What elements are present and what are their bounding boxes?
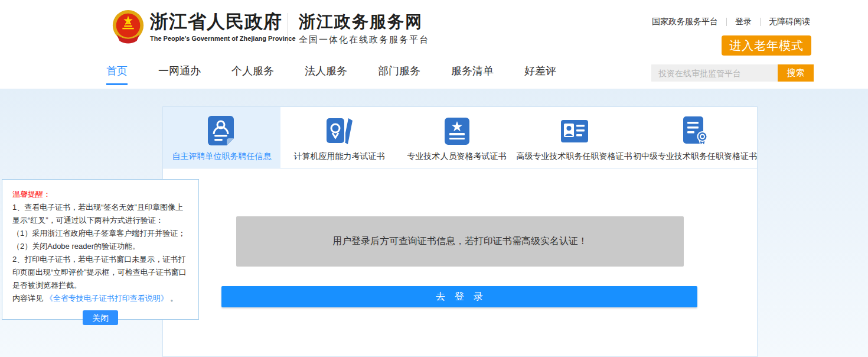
gov-subtitle: The People's Government of Zhejiang Prov… — [150, 35, 296, 42]
nav-item-one-stop[interactable]: 一网通办 — [158, 64, 201, 78]
page: 浙江省人民政府 The People's Government of Zheji… — [0, 0, 868, 357]
popup-detail-suffix: 。 — [168, 294, 178, 303]
popup-detail-link[interactable]: 《全省专技电子证书打印查看说明》 — [45, 294, 168, 303]
service-subtitle: 全国一体化在线政务服务平台 — [299, 34, 429, 46]
top-links: 国家政务服务平台 登录 无障碍阅读 — [652, 17, 810, 27]
nav-item-legal-person[interactable]: 法人服务 — [305, 64, 347, 78]
tab-self-appointment-info[interactable]: 自主评聘单位职务聘任信息 — [163, 107, 280, 168]
popup-item1: 1、查看电子证书，若出现“签名无效”且印章图像上显示“红叉”，可通过以下两种方式… — [12, 201, 188, 227]
header: 浙江省人民政府 The People's Government of Zheji… — [0, 0, 868, 89]
reminder-popup: 温馨提醒： 1、查看电子证书，若出现“签名无效”且印章图像上显示“红叉”，可通过… — [2, 179, 199, 320]
tab-label: 专业技术人员资格考试证书 — [407, 151, 507, 162]
person-document-icon — [207, 115, 237, 148]
link-login[interactable]: 登录 — [735, 17, 752, 27]
gov-title: 浙江省人民政府 — [150, 11, 296, 33]
popup-detail-line: 内容详见 《全省专技电子证书打印查看说明》 。 — [12, 292, 188, 305]
tab-label: 高级专业技术职务任职资格证书 — [517, 151, 632, 162]
link-accessibility[interactable]: 无障碍阅读 — [769, 17, 810, 27]
search-bar: 搜索 — [651, 64, 814, 82]
link-national-platform[interactable]: 国家政务服务平台 — [652, 17, 718, 27]
nav-item-home[interactable]: 首页 — [106, 64, 128, 78]
tab-label: 计算机应用能力考试证书 — [294, 151, 385, 162]
link-separator — [726, 18, 727, 26]
search-input[interactable] — [651, 64, 778, 82]
popup-item1-sub1: （1）采用浙江省政府电子签章客户端打开并验证； — [12, 227, 188, 240]
site-title-government: 浙江省人民政府 The People's Government of Zheji… — [150, 11, 296, 42]
link-separator — [760, 18, 761, 26]
popup-detail-prefix: 内容详见 — [12, 294, 45, 303]
nav-item-department[interactable]: 部门服务 — [378, 64, 420, 78]
search-button[interactable]: 搜索 — [778, 64, 814, 82]
tab-label: 初中级专业技术职务任职资格证书 — [633, 151, 757, 162]
star-certificate-icon — [442, 115, 472, 148]
national-emblem-icon — [110, 7, 146, 46]
popup-item1-sub2: （2）关闭Adobe reader的验证功能。 — [12, 240, 188, 253]
tab-label: 自主评聘单位职务聘任信息 — [172, 151, 272, 162]
tab-computer-ability-cert[interactable]: 计算机应用能力考试证书 — [280, 107, 398, 168]
elder-mode-button[interactable]: 进入老年模式 — [722, 35, 811, 56]
nav-item-service-list[interactable]: 服务清单 — [451, 64, 494, 78]
popup-close-button[interactable]: 关闭 — [83, 310, 118, 325]
certificate-tabs: 自主评聘单位职务聘任信息 计算机应用能力考试证书 — [163, 107, 757, 168]
nav-item-rating[interactable]: 好差评 — [524, 64, 556, 78]
main-nav: 首页 一网通办 个人服务 法人服务 部门服务 服务清单 好差评 — [106, 64, 556, 78]
header-divider — [288, 13, 288, 44]
tab-junior-qualification-cert[interactable]: 初中级专业技术职务任职资格证书 — [633, 107, 757, 168]
medal-certificate-icon — [324, 115, 355, 148]
tab-professional-exam-cert[interactable]: 专业技术人员资格考试证书 — [398, 107, 515, 168]
site-title-service: 浙江政务服务网 全国一体化在线政务服务平台 — [299, 12, 429, 46]
nav-item-personal[interactable]: 个人服务 — [231, 64, 274, 78]
popup-title: 温馨提醒： — [12, 188, 188, 201]
go-login-button[interactable]: 去 登 录 — [221, 286, 697, 307]
id-card-icon — [559, 115, 590, 148]
service-title: 浙江政务服务网 — [299, 12, 429, 32]
popup-item2: 2、打印电子证书，若电子证书窗口未显示，证书打印页面出现“立即评价”提示框，可检… — [12, 253, 188, 292]
content-panel: 自主评聘单位职务聘任信息 计算机应用能力考试证书 — [162, 106, 758, 357]
tab-senior-qualification-cert[interactable]: 高级专业技术职务任职资格证书 — [515, 107, 633, 168]
seal-document-icon — [680, 115, 710, 148]
login-notice-box: 用户登录后方可查询证书信息，若打印证书需高级实名认证！ — [236, 216, 684, 267]
